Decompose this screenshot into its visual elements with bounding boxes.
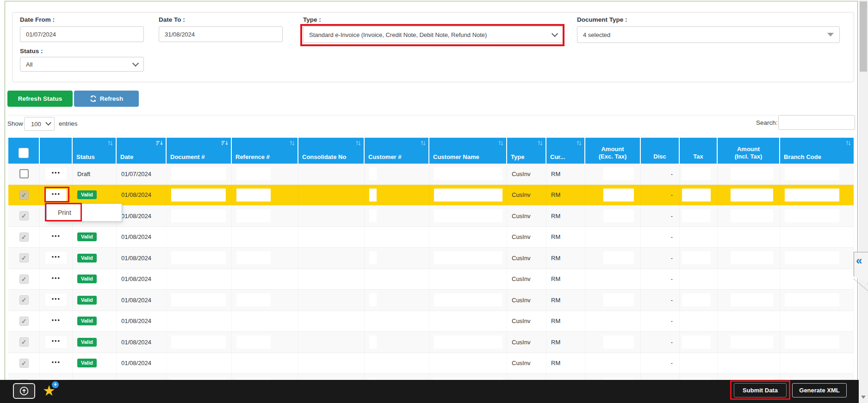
row-actions-button[interactable]: ●●● [45, 336, 67, 348]
filter-panel: Date From : Date To : Type : Standard e-… [12, 12, 854, 82]
row-actions-button[interactable]: ●●● [45, 168, 67, 180]
date-from-input[interactable] [20, 26, 144, 42]
date-to-label: Date To : [159, 16, 185, 23]
date-cell: 01/08/2024 [117, 290, 167, 311]
select-all-checkbox[interactable] [19, 148, 29, 158]
row-actions-button[interactable]: ●●● [45, 231, 67, 243]
row-checkbox[interactable]: ✓ [19, 275, 29, 284]
row-checkbox[interactable]: ✓ [19, 232, 29, 242]
checkbox-cell: ✓ [8, 227, 40, 248]
row-actions-button[interactable]: ●●● [45, 294, 67, 306]
scrollbar-down-arrow[interactable] [861, 396, 866, 399]
checkbox-cell: ✓ [8, 206, 40, 226]
redacted-value [171, 189, 226, 202]
date-to-input[interactable] [159, 26, 283, 42]
column-header-customer[interactable]: Customer # [365, 138, 429, 164]
column-header-cur[interactable]: Cur... [546, 138, 585, 164]
row-checkbox[interactable]: ✓ [19, 337, 29, 347]
table-body: ●●●Draft01/07/2024CusInvRM-✓●●●Valid01/0… [8, 164, 854, 380]
refresh-status-button[interactable]: Refresh Status [7, 91, 73, 107]
sort-icon[interactable] [498, 140, 503, 146]
generate-xml-button[interactable]: Generate XML [792, 383, 847, 397]
sort-icon[interactable] [356, 140, 361, 146]
vertical-scrollbar[interactable] [859, 0, 868, 403]
column-header-label: Consolidate No [302, 153, 346, 160]
table-header: StatusDateDocument #Reference #Consolida… [8, 138, 854, 164]
row-actions-button[interactable]: ●●● [45, 273, 67, 285]
redacted-value [369, 273, 377, 286]
currency-cell: RM [546, 164, 585, 184]
column-header-date[interactable]: Date [117, 138, 167, 164]
scroll-top-button[interactable] [13, 383, 35, 399]
table-row: ✓●●●Valid01/08/2024CusInvRM- [8, 374, 854, 380]
row-checkbox[interactable]: ✓ [19, 359, 29, 368]
column-header-type[interactable]: Type [507, 138, 546, 164]
column-header-status[interactable]: Status [73, 138, 117, 164]
redacted-value [785, 315, 839, 328]
sort-icon[interactable] [846, 140, 851, 146]
submit-data-button[interactable]: Submit Data [734, 383, 787, 397]
sort-icon[interactable] [577, 140, 582, 146]
currency-cell: RM [546, 248, 585, 269]
column-header-consolidate-no[interactable]: Consolidate No [298, 138, 365, 164]
einvoice-page: Date From : Date To : Type : Standard e-… [0, 0, 868, 403]
sort-icon[interactable] [421, 140, 426, 146]
row-actions-button[interactable]: ●●● [45, 189, 67, 201]
cell [680, 290, 718, 311]
redacted-value [434, 251, 502, 264]
row-checkbox[interactable] [19, 169, 29, 178]
refresh-button[interactable]: Refresh [74, 91, 139, 107]
menu-item-print[interactable]: Print [47, 204, 122, 221]
row-checkbox[interactable]: ✓ [19, 190, 29, 200]
cell [365, 185, 429, 206]
redacted-value [603, 189, 634, 202]
row-checkbox[interactable]: ✓ [19, 317, 29, 326]
column-header-label: Type [511, 153, 524, 160]
checkbox-cell: ✓ [8, 332, 40, 353]
sort-active-icon[interactable] [156, 140, 163, 146]
redacted-value [434, 189, 502, 202]
row-checkbox[interactable]: ✓ [19, 211, 29, 220]
status-cell: Valid [73, 311, 117, 332]
cell [780, 332, 854, 353]
checkbox-cell: ✓ [8, 353, 40, 374]
sort-icon[interactable] [108, 140, 113, 146]
date-cell: 01/08/2024 [117, 269, 167, 290]
side-panel-toggle[interactable]: « [854, 252, 868, 283]
cell [780, 374, 854, 380]
cell [429, 164, 507, 184]
sort-icon[interactable] [538, 140, 543, 146]
redacted-value [369, 293, 377, 306]
sort-active-icon[interactable] [222, 140, 228, 146]
row-checkbox[interactable]: ✓ [19, 253, 29, 263]
redacted-value [603, 209, 634, 222]
search-input[interactable] [778, 115, 855, 130]
column-header-label: Cur... [550, 153, 565, 160]
table-row: ✓●●●Valid01/08/2024CusInvRM- [8, 248, 854, 269]
row-actions-button[interactable]: ●●● [45, 315, 67, 327]
row-actions-button[interactable]: ●●● [45, 357, 67, 369]
chevron-down-icon [45, 120, 51, 126]
row-actions-button[interactable]: ●●● [45, 252, 67, 264]
actions-cell: ●●● [40, 374, 73, 380]
scrollbar-thumb[interactable] [860, 1, 867, 72]
disc-cell: - [641, 206, 680, 226]
column-header-customer-name[interactable]: Customer Name [429, 138, 507, 164]
redacted-value [434, 336, 502, 348]
favorite-button[interactable]: ★ + [43, 382, 61, 400]
column-header-amount-exc-tax: Amount(Exc. Tax) [585, 138, 641, 164]
document-type-select[interactable]: 4 selected [577, 26, 840, 43]
row-checkbox[interactable]: ✓ [19, 295, 29, 305]
redacted-value [785, 273, 839, 286]
column-header-branch-code[interactable]: Branch Code [780, 138, 854, 164]
redacted-value [603, 336, 634, 348]
cell [365, 206, 429, 226]
cell [167, 227, 232, 248]
status-badge: Valid [77, 296, 97, 305]
column-header-reference[interactable]: Reference # [232, 138, 298, 164]
column-header-document[interactable]: Document # [167, 138, 232, 164]
type-select[interactable]: Standard e-Invoice (Invoice, Credit Note… [303, 26, 563, 43]
page-size-select[interactable]: 100 [24, 117, 55, 131]
sort-icon[interactable] [290, 140, 295, 146]
status-select[interactable]: All [20, 57, 144, 72]
